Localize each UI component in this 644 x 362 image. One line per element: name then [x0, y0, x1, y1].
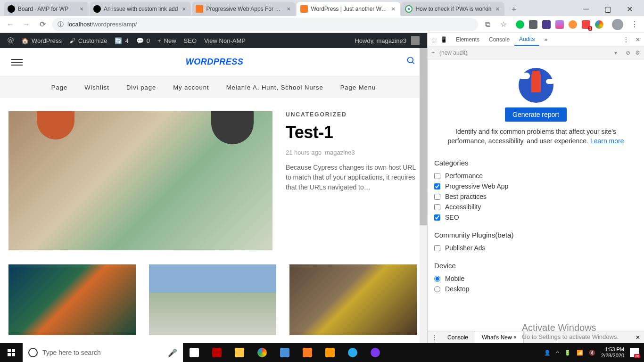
nav-wishlist[interactable]: Wishlist	[84, 84, 109, 91]
taskbar-chrome[interactable]	[251, 343, 273, 362]
taskbar-explorer[interactable]	[228, 343, 251, 362]
taskbar-clock[interactable]: 1:53 PM 2/28/2020	[601, 346, 624, 359]
adblock-icon[interactable]: 3	[582, 20, 590, 29]
bookmark-star-icon[interactable]: ☆	[497, 18, 510, 31]
minimize-button[interactable]: ─	[575, 2, 597, 16]
mic-icon[interactable]: 🎤	[168, 348, 177, 357]
devtools-close-button[interactable]: ✕	[632, 36, 644, 43]
nav-account[interactable]: My account	[173, 84, 209, 91]
wifi-icon[interactable]: 📶	[577, 350, 583, 356]
category-seo[interactable]: SEO	[434, 212, 637, 222]
browser-tab-1[interactable]: An issue with custom link add×	[90, 2, 191, 16]
task-view-button[interactable]	[183, 343, 206, 362]
taskbar-sublime[interactable]	[319, 343, 341, 362]
close-window-button[interactable]: ✕	[619, 2, 640, 16]
device-mobile[interactable]: Mobile	[434, 273, 637, 284]
drawer-tab-whatsnew[interactable]: What's New ×	[475, 331, 524, 343]
search-icon[interactable]	[406, 56, 416, 68]
wp-howdy[interactable]: Howdy, magazine3	[351, 33, 423, 48]
post-thumbnail-2[interactable]	[149, 264, 276, 335]
wp-new[interactable]: +New	[154, 33, 180, 48]
page-scrollbar[interactable]	[420, 48, 427, 343]
profile-avatar[interactable]	[612, 19, 623, 30]
wp-seo[interactable]: SEO	[180, 33, 200, 48]
close-icon[interactable]: ×	[390, 6, 396, 12]
menu-button[interactable]	[11, 57, 23, 67]
category-accessibility[interactable]: Accessibility	[434, 202, 637, 212]
audit-dropdown[interactable]: (new audit)▾	[439, 49, 621, 56]
reload-button[interactable]: ⟳	[36, 18, 49, 31]
category-bestpractices[interactable]: Best practices	[434, 191, 637, 202]
close-icon[interactable]: ×	[285, 6, 292, 12]
volume-icon[interactable]: 🔇	[589, 350, 595, 356]
devtools-tab-audits[interactable]: Audits	[514, 33, 539, 46]
forward-button[interactable]: →	[20, 18, 33, 31]
address-bar[interactable]: ⓘ localhost/wordpress/amp/	[52, 18, 478, 31]
site-info-icon[interactable]: ⓘ	[58, 20, 64, 29]
close-icon[interactable]: ×	[181, 6, 187, 12]
drawer-close-button[interactable]: ✕	[632, 334, 644, 341]
open-new-window-icon[interactable]: ⧉	[481, 18, 494, 31]
people-icon[interactable]: 👤	[544, 350, 551, 356]
feather-icon[interactable]	[555, 20, 564, 29]
learn-more-link[interactable]: Learn more	[590, 137, 624, 145]
post-thumbnail-1[interactable]	[8, 264, 136, 335]
device-desktop[interactable]: Desktop	[434, 284, 637, 294]
drawer-tab-console[interactable]: Console	[441, 331, 475, 343]
orange-extension-icon[interactable]	[569, 20, 577, 29]
hero-post-image[interactable]	[8, 111, 272, 250]
wp-site-name[interactable]: 🏠WordPress	[17, 33, 66, 48]
browser-menu-button[interactable]: ⋮	[629, 20, 640, 29]
close-icon[interactable]: ×	[78, 6, 85, 12]
taskbar-xampp[interactable]	[296, 343, 319, 362]
plugin-publisher-ads[interactable]: Publisher Ads	[434, 243, 637, 253]
wp-updates[interactable]: 🔄4	[111, 33, 132, 48]
category-pwa[interactable]: Progressive Web App	[434, 181, 637, 191]
devtools-tab-more[interactable]: »	[539, 33, 552, 46]
new-tab-button[interactable]: +	[507, 3, 520, 16]
z-extension-icon[interactable]	[542, 20, 551, 29]
post-thumbnail-3[interactable]	[289, 264, 417, 335]
inspect-element-icon[interactable]: ⬚	[431, 36, 437, 43]
taskbar-telegram[interactable]	[341, 343, 364, 362]
battery-icon[interactable]: 🔋	[564, 350, 571, 356]
category-performance[interactable]: Performance	[434, 171, 637, 181]
post-category[interactable]: UNCATEGORIZED	[286, 111, 419, 118]
devtools-settings-icon[interactable]: ⋮	[620, 36, 632, 43]
clear-icon[interactable]: ⊘	[626, 49, 630, 56]
device-toggle-icon[interactable]: 📱	[440, 36, 447, 43]
taskbar-search[interactable]: Type here to search 🎤	[23, 343, 183, 362]
wp-view-nonamp[interactable]: View Non-AMP	[200, 33, 249, 48]
browser-tab-3[interactable]: WordPress | Just another Word×	[297, 2, 400, 16]
wp-comments[interactable]: 💬0	[132, 33, 154, 48]
browser-tab-0[interactable]: Board · AMP for WP×	[4, 2, 89, 16]
devtools-tab-console[interactable]: Console	[484, 33, 514, 46]
nav-divi[interactable]: Divi page	[126, 84, 156, 91]
site-title[interactable]: WORDPRESS	[186, 57, 244, 67]
nav-page[interactable]: Page	[51, 84, 67, 91]
taskbar-filezilla[interactable]	[206, 343, 228, 362]
wp-customize[interactable]: 🖌Customize	[66, 33, 111, 48]
post-title[interactable]: Test-1	[286, 123, 419, 142]
taskbar-app[interactable]	[364, 343, 387, 362]
nav-melanie[interactable]: Melanie A. Hunt, School Nurse	[226, 84, 323, 91]
new-audit-plus-icon[interactable]: +	[431, 49, 435, 56]
drawer-menu-icon[interactable]: ⋮	[428, 334, 441, 341]
browser-tab-4[interactable]: How to check if PWA is workin×	[401, 2, 504, 16]
devtools-tab-elements[interactable]: Elements	[451, 33, 484, 46]
gear-icon[interactable]: ⚙	[635, 49, 640, 56]
action-center-button[interactable]: 26	[630, 348, 639, 357]
chrome-extension-icon[interactable]	[595, 20, 603, 29]
close-icon[interactable]: ×	[494, 6, 501, 12]
maximize-button[interactable]: ▢	[597, 2, 619, 16]
browser-tab-2[interactable]: Progressive Web Apps For WP×	[192, 2, 296, 16]
camera-icon[interactable]	[529, 20, 537, 29]
grammarly-icon[interactable]	[516, 20, 524, 29]
start-button[interactable]	[0, 343, 23, 362]
tray-chevron-up-icon[interactable]: ^	[556, 350, 559, 355]
taskbar-notepad[interactable]	[273, 343, 296, 362]
nav-pagemenu[interactable]: Page Menu	[340, 84, 376, 91]
wp-logo-menu[interactable]: ⓦ	[4, 33, 17, 48]
back-button[interactable]: ←	[4, 18, 17, 31]
close-icon[interactable]: ×	[513, 334, 517, 341]
